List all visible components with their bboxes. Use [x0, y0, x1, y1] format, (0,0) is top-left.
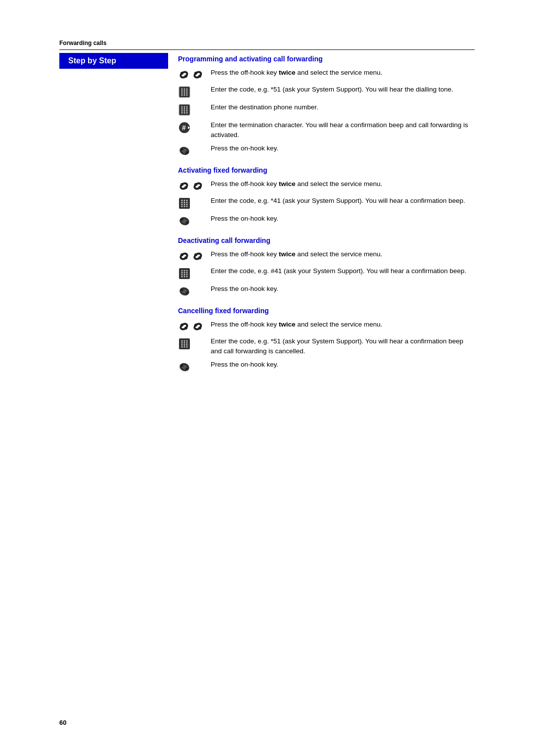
step-text: Enter the code, e.g. *51 (ask your Syste…: [211, 336, 475, 356]
svg-point-99: [194, 324, 197, 327]
svg-point-91: [180, 289, 183, 291]
svg-rect-76: [179, 268, 190, 279]
svg-point-108: [181, 344, 183, 346]
double-phone-icon-3: [178, 249, 205, 262]
page-number: 60: [59, 719, 66, 726]
svg-text:#: #: [182, 124, 186, 132]
svg-point-112: [184, 346, 185, 348]
phone-off-hook-icon-2: [192, 69, 204, 81]
svg-point-2: [180, 72, 183, 75]
svg-point-67: [185, 222, 188, 224]
svg-point-10: [181, 89, 183, 90]
svg-point-75: [198, 256, 201, 259]
svg-rect-22: [179, 104, 190, 115]
hash-arrow-icon-svg: #: [178, 121, 191, 134]
svg-point-109: [184, 344, 185, 346]
step-text: Press the on-hook key.: [211, 143, 475, 153]
phone-icon-4: [192, 180, 204, 192]
svg-point-49: [194, 183, 197, 186]
svg-point-60: [186, 204, 188, 205]
svg-point-52: [181, 200, 183, 201]
section-programming: Programming and activating call forwardi…: [178, 55, 475, 157]
svg-point-56: [184, 202, 185, 203]
svg-point-117: [185, 368, 188, 370]
onhook-icon-4: [178, 360, 205, 374]
svg-point-32: [186, 110, 188, 112]
step-row: Enter the code, e.g. *41 (ask your Syste…: [178, 196, 475, 210]
step-row: Press the off-hook key twice and select …: [178, 68, 475, 81]
svg-point-70: [180, 253, 183, 256]
svg-point-62: [184, 206, 185, 207]
step-row: Press the on-hook key.: [178, 214, 475, 228]
svg-point-26: [186, 106, 188, 108]
step-row: Enter the destination phone number.: [178, 102, 475, 116]
step-text: Press the on-hook key.: [211, 214, 475, 224]
svg-point-77: [181, 270, 183, 272]
page: Forwarding calls Step by Step Programmin…: [0, 0, 534, 756]
svg-point-100: [198, 327, 201, 330]
svg-point-84: [184, 274, 185, 276]
svg-point-12: [186, 89, 188, 90]
step-row: Press the off-hook key twice and select …: [178, 320, 475, 332]
svg-point-24: [181, 106, 183, 108]
phone-icon-5: [178, 250, 190, 262]
step-row: Enter the code, e.g. *51 (ask your Syste…: [178, 85, 475, 98]
svg-point-53: [184, 200, 185, 201]
step-text: Enter the code, e.g. #41 (ask your Syste…: [211, 266, 475, 276]
svg-point-63: [186, 206, 188, 207]
svg-point-41: [180, 148, 183, 151]
svg-point-102: [181, 340, 183, 342]
svg-point-27: [181, 108, 183, 110]
keypad-icon-4: [178, 266, 205, 280]
svg-point-111: [181, 346, 183, 348]
svg-point-21: [186, 94, 188, 96]
svg-point-57: [186, 202, 188, 203]
step-text: Enter the code, e.g. *41 (ask your Syste…: [211, 196, 475, 206]
keypad-icon-svg-5: [178, 337, 191, 350]
content-area: Step by Step Programming and activating …: [59, 53, 475, 382]
svg-point-116: [180, 365, 183, 367]
svg-point-107: [186, 342, 188, 344]
step-text: Enter the termination character. You wil…: [211, 120, 475, 140]
svg-point-78: [184, 270, 185, 272]
double-phone-icon: [178, 68, 205, 81]
onhook-icon: [178, 143, 205, 157]
svg-point-18: [186, 93, 188, 94]
phone-icon-3: [178, 180, 190, 192]
keypad-icon-5: [178, 336, 205, 350]
svg-point-71: [184, 256, 187, 259]
keypad-icon-svg: [178, 86, 191, 98]
keypad-icon: [178, 85, 205, 98]
svg-point-46: [184, 186, 187, 189]
step-row: Enter the code, e.g. #41 (ask your Syste…: [178, 266, 475, 280]
svg-point-95: [180, 324, 183, 327]
svg-point-103: [184, 340, 185, 342]
svg-point-81: [184, 272, 185, 274]
section-title-activating: Activating fixed forwarding: [178, 166, 475, 174]
hash-arrow-icon: #: [178, 120, 205, 134]
section-deactivating: Deactivating call forwarding: [178, 236, 475, 298]
svg-point-86: [181, 276, 183, 278]
phone-icon-8: [192, 321, 204, 332]
svg-point-3: [184, 75, 187, 78]
svg-point-29: [186, 108, 188, 110]
svg-point-55: [181, 202, 183, 203]
section-header: Forwarding calls: [59, 40, 475, 50]
svg-point-6: [194, 72, 197, 75]
svg-point-104: [186, 340, 188, 342]
svg-point-35: [186, 112, 188, 114]
phone-off-hook-icon-1: [178, 69, 190, 81]
svg-point-30: [181, 110, 183, 112]
keypad-icon-2: [178, 102, 205, 116]
left-column: Step by Step: [59, 53, 168, 382]
onhook-icon-3: [178, 284, 205, 298]
step-text: Press the on-hook key.: [211, 360, 475, 370]
step-text: Press the off-hook key twice and select …: [211, 320, 475, 330]
svg-point-66: [180, 219, 183, 221]
step-row: Press the off-hook key twice and select …: [178, 249, 475, 262]
svg-point-106: [184, 342, 185, 344]
svg-rect-51: [179, 198, 190, 209]
svg-point-54: [186, 200, 188, 201]
svg-point-20: [184, 94, 185, 96]
onhook-icon-svg-4: [178, 361, 191, 374]
